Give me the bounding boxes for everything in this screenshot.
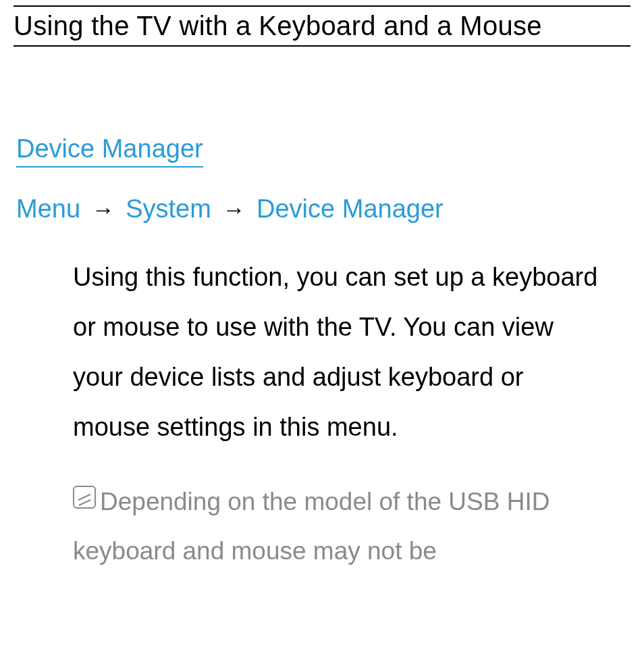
arrow-icon: → xyxy=(222,197,245,222)
note-text: Depending on the model of the USB HID ke… xyxy=(73,488,549,564)
note-paragraph: Depending on the model of the USB HID ke… xyxy=(73,478,603,575)
section-heading-wrap: Device Manager xyxy=(14,47,630,168)
body-paragraph: Using this function, you can set up a ke… xyxy=(73,252,603,452)
breadcrumb-item-device-manager[interactable]: Device Manager xyxy=(257,195,444,223)
note-icon xyxy=(73,486,96,509)
section-heading: Device Manager xyxy=(16,134,203,168)
title-container: Using the TV with a Keyboard and a Mouse xyxy=(14,5,630,47)
page: Using the TV with a Keyboard and a Mouse… xyxy=(0,5,644,576)
page-title: Using the TV with a Keyboard and a Mouse xyxy=(14,11,630,41)
breadcrumb-item-menu[interactable]: Menu xyxy=(16,195,80,223)
arrow-icon: → xyxy=(92,197,115,222)
breadcrumb-item-system[interactable]: System xyxy=(126,195,211,223)
breadcrumb: Menu → System → Device Manager xyxy=(16,195,630,224)
